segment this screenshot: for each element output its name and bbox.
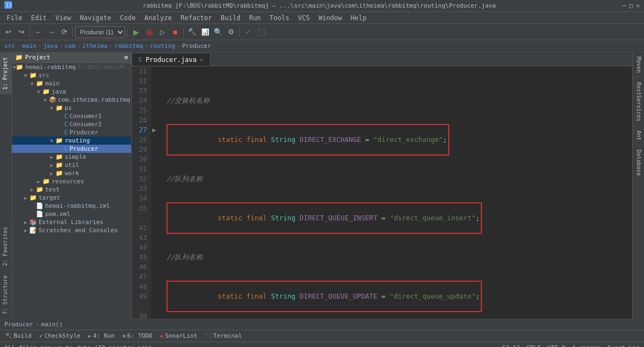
breadcrumb-rabbitmq[interactable]: rabbitmq <box>114 42 143 49</box>
menu-help[interactable]: Help <box>346 13 371 23</box>
menu-vcs[interactable]: VCS <box>294 13 314 23</box>
tree-pom[interactable]: 📄 pom.xml <box>12 210 131 218</box>
tree-routing[interactable]: ▼ 📁 routing <box>12 137 131 145</box>
toolbar-back[interactable]: ← <box>32 26 44 38</box>
tab-sonarlint[interactable]: ◈ SonarLint <box>157 331 201 340</box>
menu-code[interactable]: Code <box>116 13 140 23</box>
cursor-position[interactable]: 63:12 <box>502 344 520 347</box>
debug-button[interactable]: 🐞 <box>143 26 155 38</box>
code-text[interactable]: //交换机名称 static final String DIRECT_EXCHA… <box>162 66 632 319</box>
tree-target[interactable]: ▶ 📁 target <box>12 194 131 202</box>
tab-ant[interactable]: Ant <box>633 126 644 145</box>
minimize-btn[interactable]: ─ <box>622 2 626 9</box>
project-folder-icon: 📁 <box>16 64 23 71</box>
tree-resources[interactable]: ▶ 📁 resources <box>12 177 131 185</box>
tree-external-libs[interactable]: ▶ 📚 External Libraries <box>12 218 131 226</box>
tab-bar: C Producer.java ✕ <box>132 52 632 66</box>
menu-window[interactable]: Window <box>314 13 346 23</box>
build-button[interactable]: 🔨 <box>186 26 198 38</box>
terminal-button[interactable]: ⬛ <box>255 26 267 38</box>
menu-file[interactable]: File <box>2 13 27 23</box>
menu-tools[interactable]: Tools <box>265 13 294 23</box>
tab-restservices[interactable]: RestServices <box>633 78 644 126</box>
breadcrumb-src[interactable]: src <box>4 42 15 49</box>
tree-simple[interactable]: ▶ 📁 simple <box>12 153 131 161</box>
editor-tab-producer[interactable]: C Producer.java ✕ <box>132 53 210 66</box>
tree-consumer2[interactable]: C Consumer2 <box>12 120 131 128</box>
menu-build[interactable]: Build <box>216 13 245 23</box>
breadcrumb-com[interactable]: com <box>65 42 76 49</box>
tree-scratches[interactable]: ▶ 📝 Scratches and Consoles <box>12 226 131 234</box>
tab-java-icon: C <box>139 56 143 63</box>
breadcrumb-main[interactable]: main <box>22 42 37 49</box>
breadcrumb-java[interactable]: java <box>44 42 58 49</box>
tree-routing-producer[interactable]: C Producer <box>12 145 131 153</box>
toolbar-forward[interactable]: → <box>45 26 57 38</box>
run-marker-27[interactable]: ▶ <box>152 126 156 134</box>
code-content[interactable]: 21 22 23 24 25 26 27 28 29 30 31 32 33 3… <box>132 66 632 319</box>
project-header-settings[interactable]: ⚙ <box>124 54 128 61</box>
breadcrumb-main-method[interactable]: main() <box>41 321 63 328</box>
tab-terminal[interactable]: ⬛ Terminal <box>202 331 245 340</box>
settings-button[interactable]: ⚙ <box>225 26 237 38</box>
tree-iml[interactable]: 📄 hemai-rabbitmq.iml <box>12 202 131 210</box>
run-button[interactable]: ▶ <box>130 26 142 38</box>
menu-refactor[interactable]: Refactor <box>176 13 216 23</box>
iml-label: hemai-rabbitmq.iml <box>45 202 110 209</box>
tree-ps-producer[interactable]: C Producer <box>12 128 131 137</box>
tree-work[interactable]: ▶ 📁 work <box>12 169 131 177</box>
tab-database[interactable]: Database <box>633 145 644 181</box>
line-numbers: 21 22 23 24 25 26 27 28 29 30 31 32 33 3… <box>132 66 151 319</box>
tab-structure[interactable]: 7: Structure <box>0 270 11 319</box>
tree-ps[interactable]: ▼ 📁 ps <box>12 104 131 112</box>
tab-close[interactable]: ✕ <box>200 57 203 63</box>
resources-folder-icon: 📁 <box>42 178 50 185</box>
menu-run[interactable]: Run <box>245 13 265 23</box>
tab-checkstyle[interactable]: ✓ CheckStyle <box>36 331 84 340</box>
menu-navigate[interactable]: Navigate <box>76 13 116 23</box>
tab-project[interactable]: 1: Project <box>0 52 11 94</box>
menu-bar: File Edit View Navigate Code Analyze Ref… <box>0 12 644 24</box>
main-label: main <box>45 80 60 87</box>
find-button[interactable]: 🔍 <box>212 26 224 38</box>
vcs-button[interactable]: ✓ <box>242 26 254 38</box>
run-with-coverage[interactable]: ▷ <box>156 26 168 38</box>
menu-analyze[interactable]: Analyze <box>140 13 176 23</box>
tab-build[interactable]: 🔨 Build <box>2 331 35 340</box>
tab-maven[interactable]: Maven <box>633 52 644 78</box>
iml-icon: 📄 <box>36 202 44 209</box>
maximize-btn[interactable]: □ <box>629 2 633 9</box>
indent[interactable]: 4 spaces <box>572 344 600 347</box>
profile-button[interactable]: 📊 <box>199 26 211 38</box>
stop-button[interactable]: ■ <box>169 26 181 38</box>
hemai-rabbitmq-label: hemai-rabbitmq <box>25 64 76 71</box>
run-config-dropdown[interactable]: Producer (1) <box>75 26 125 38</box>
toolbar-undo[interactable]: ↩ <box>2 26 14 38</box>
encoding[interactable]: UTF-8 <box>547 344 565 347</box>
event-log[interactable]: Event Log <box>607 344 640 347</box>
consumer2-icon: C <box>64 121 68 128</box>
tree-main[interactable]: ▼ 📁 main <box>12 79 131 88</box>
breadcrumb-routing[interactable]: routing <box>150 42 175 49</box>
menu-view[interactable]: View <box>51 13 76 23</box>
tree-consumer1[interactable]: C Consumer1 <box>12 112 131 120</box>
tree-src[interactable]: ▼ 📁 src <box>12 71 131 79</box>
tree-hemai-rabbitmq[interactable]: ▼ 📁 hemai-rabbitmq F:\BOS\rabbitM... <box>12 63 131 71</box>
tab-favorites[interactable]: 2: Favorites <box>0 222 11 270</box>
line-ending[interactable]: CRLF <box>527 344 541 347</box>
toolbar-refresh[interactable]: ⟳ <box>58 26 70 38</box>
breadcrumb-producer-cls[interactable]: Producer <box>4 321 33 328</box>
tab-todo[interactable]: ≡ 6: TODO <box>119 331 156 340</box>
tree-com-itheima[interactable]: ▼ 📦 com.itheima.rabbitmq <box>12 96 131 104</box>
tree-util[interactable]: ▶ 📁 util <box>12 161 131 169</box>
tree-java[interactable]: ▼ 📁 java <box>12 88 131 96</box>
breadcrumb-itheima[interactable]: itheima <box>82 42 107 49</box>
toolbar-redo[interactable]: ↪ <box>15 26 27 38</box>
project-panel: 📁 Project ⚙ ▼ 📁 hemai-rabbitmq F:\BOS\ra… <box>12 52 132 319</box>
tab-run[interactable]: ▶ 4: Run <box>85 331 118 340</box>
pom-label: pom.xml <box>45 210 70 218</box>
breadcrumb-producer[interactable]: Producer <box>182 42 211 49</box>
menu-edit[interactable]: Edit <box>27 13 51 23</box>
close-btn[interactable]: ✕ <box>636 2 640 9</box>
tree-test[interactable]: ▶ 📁 test <box>12 185 131 194</box>
